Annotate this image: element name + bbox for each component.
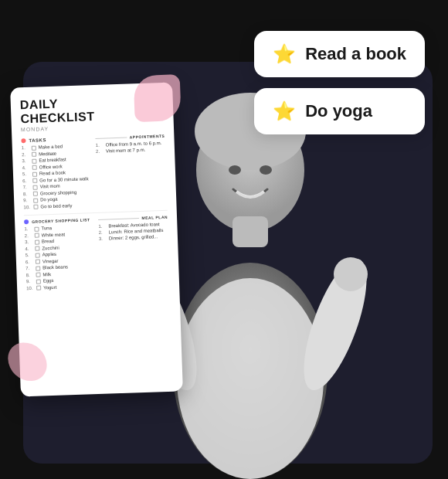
svg-point-10	[260, 165, 272, 175]
task-card-do-yoga: ⭐ Do yoga	[254, 88, 425, 134]
checklist-header: DAILYCHECKLIST MONDAY	[20, 93, 165, 133]
list-item: 2.Visit mom at 7 p.m.	[96, 147, 165, 154]
task-card-read-book-text: Read a book	[305, 44, 406, 64]
tasks-label: TASKS	[29, 138, 46, 143]
svg-point-8	[334, 257, 368, 291]
list-item: 3.Dinner: 2 eggs, grilled...	[99, 234, 168, 241]
svg-point-9	[229, 165, 241, 175]
scene: DAILYCHECKLIST MONDAY TASKS 1.Make a bed…	[0, 0, 448, 479]
meal-plan-label: MEAL PLAN	[141, 215, 168, 220]
task-card-do-yoga-text: Do yoga	[305, 101, 372, 121]
grocery-label: GROCERY SHOPPING LIST	[32, 217, 90, 224]
svg-point-1	[177, 278, 324, 479]
checklist-title: DAILYCHECKLIST	[20, 93, 165, 126]
tasks-column: TASKS 1.Make a bed 2.Meditate 3.Eat brea…	[21, 136, 93, 211]
svg-rect-4	[232, 216, 268, 247]
grocery-dot	[24, 219, 29, 224]
meal-plan-column: MEAL PLAN 1.Breakfast: Avocado toast 2.L…	[98, 215, 170, 290]
list-item: 10.Yogurt	[26, 284, 96, 291]
grocery-column: GROCERY SHOPPING LIST 1.Tuna 2.White mea…	[24, 217, 96, 292]
appointments-label: APPOINTMENTS	[130, 134, 165, 140]
col-divider	[95, 137, 127, 138]
appointments-column: APPOINTMENTS 1.Office from 9 a.m. to 6 p…	[95, 134, 167, 209]
checklist-bottom-cols: GROCERY SHOPPING LIST 1.Tuna 2.White mea…	[24, 215, 170, 292]
star-icon: ⭐	[273, 43, 296, 65]
tasks-dot	[21, 138, 25, 143]
task-cards-container: ⭐ Read a book ⭐ Do yoga	[254, 31, 425, 134]
star-icon: ⭐	[273, 100, 296, 122]
pink-blob-bottom	[8, 341, 48, 382]
checklist-main-cols: TASKS 1.Make a bed 2.Meditate 3.Eat brea…	[21, 134, 167, 211]
list-item: 10.Go to bed early	[23, 202, 93, 210]
task-card-read-book: ⭐ Read a book	[254, 31, 425, 77]
checklist-card: DAILYCHECKLIST MONDAY TASKS 1.Make a bed…	[10, 82, 183, 396]
col-divider	[98, 218, 139, 220]
